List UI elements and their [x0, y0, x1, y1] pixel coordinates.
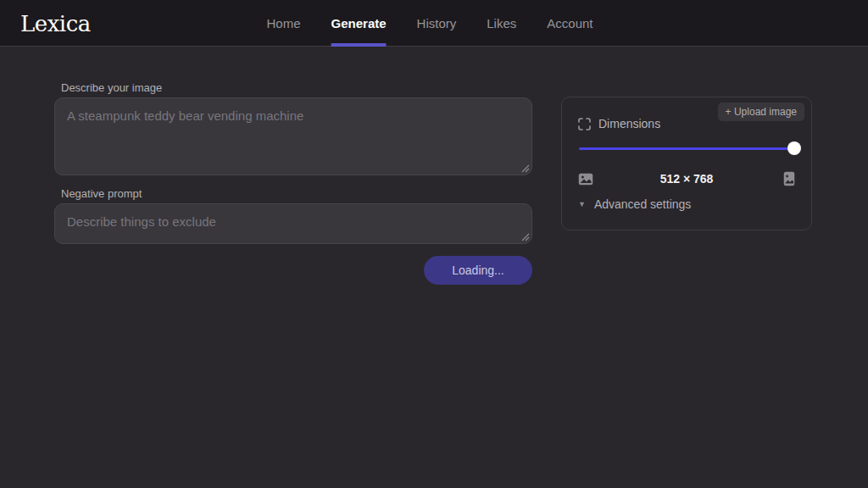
slider-track[interactable]: [579, 147, 794, 150]
advanced-settings-toggle[interactable]: ▼ Advanced settings: [578, 197, 691, 211]
upload-image-button[interactable]: + Upload image: [718, 103, 804, 121]
negative-prompt-label: Negative prompt: [61, 187, 142, 200]
lexica-logo[interactable]: Lexica: [20, 0, 91, 47]
nav-item-likes[interactable]: Likes: [487, 0, 516, 47]
generate-button-label: Loading...: [452, 263, 504, 277]
nav-item-history[interactable]: History: [417, 0, 457, 47]
slider-thumb[interactable]: [787, 141, 801, 155]
upload-image-label: + Upload image: [726, 106, 797, 118]
nav-label: Home: [267, 16, 301, 30]
top-nav-bar: Lexica Home Generate History Likes Accou…: [0, 0, 868, 47]
image-portrait-icon: [783, 171, 795, 186]
dimensions-header: Dimensions: [578, 117, 660, 130]
generate-button[interactable]: Loading...: [424, 256, 532, 285]
nav-label: Likes: [487, 16, 516, 30]
dimensions-value: 512 × 768: [562, 172, 811, 186]
negative-prompt-input[interactable]: [54, 203, 532, 244]
prompt-field-wrap: [54, 97, 532, 175]
main-nav: Home Generate History Likes Account: [267, 0, 593, 47]
nav-item-generate[interactable]: Generate: [331, 0, 387, 47]
scan-icon: [578, 118, 591, 130]
nav-label: History: [417, 16, 457, 30]
prompt-input[interactable]: [54, 97, 532, 175]
dimensions-slider[interactable]: [579, 141, 794, 155]
nav-item-home[interactable]: Home: [267, 0, 301, 47]
nav-label: Account: [547, 16, 593, 30]
nav-item-account[interactable]: Account: [547, 0, 593, 47]
advanced-settings-label: Advanced settings: [594, 197, 691, 211]
size-row: 512 × 768: [562, 170, 811, 189]
chevron-down-icon: ▼: [578, 200, 586, 208]
negative-field-wrap: [54, 203, 532, 244]
dimensions-panel: + Upload image Dimensions 512 × 768: [561, 97, 812, 230]
dimensions-label: Dimensions: [598, 117, 660, 130]
active-tab-underline: [331, 43, 387, 47]
nav-label: Generate: [331, 16, 387, 30]
prompt-label: Describe your image: [61, 81, 162, 94]
